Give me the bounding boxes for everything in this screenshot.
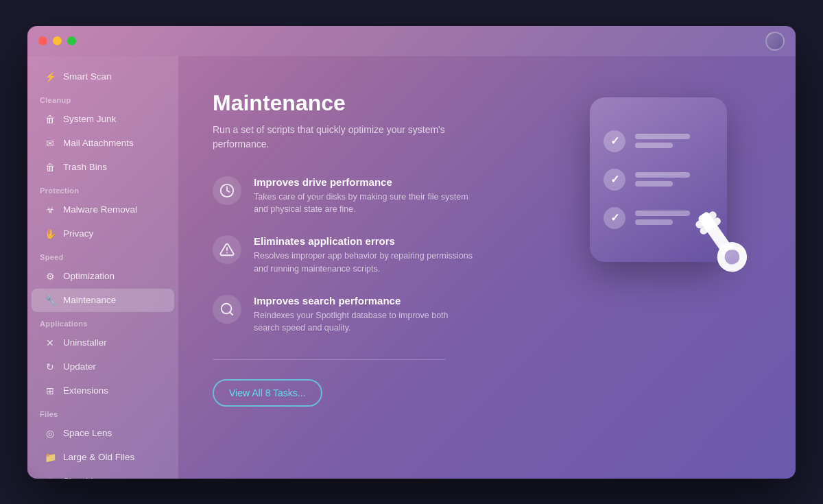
sidebar-item-smart-scan[interactable]: ⚡ Smart Scan <box>32 65 174 88</box>
check-lines-1 <box>635 134 690 148</box>
sidebar-item-label: Uninstaller <box>63 337 107 348</box>
mail-icon: ✉ <box>44 137 56 149</box>
sidebar-item-label: Extensions <box>63 385 108 396</box>
large-files-icon: 📁 <box>44 451 56 464</box>
app-body: ⚡ Smart Scan Cleanup 🗑 System Junk ✉ Mai… <box>27 56 796 479</box>
updater-icon: ↻ <box>44 361 56 373</box>
avatar[interactable] <box>765 32 785 51</box>
space-lens-icon: ◎ <box>44 427 56 440</box>
minimize-button[interactable] <box>53 36 62 45</box>
divider <box>213 359 446 360</box>
files-section-label: Files <box>27 403 178 421</box>
sidebar-item-label: Privacy <box>63 228 93 239</box>
malware-icon: ☣ <box>44 204 56 216</box>
sidebar-item-updater[interactable]: ↻ Updater <box>32 355 174 379</box>
check-line <box>635 181 673 187</box>
check-circle-1: ✓ <box>604 130 625 152</box>
sidebar-item-uninstaller[interactable]: ✕ Uninstaller <box>32 331 174 355</box>
check-line <box>635 143 673 148</box>
search-performance-icon <box>213 295 241 324</box>
check-circle-2: ✓ <box>604 169 625 191</box>
cleanup-section-label: Cleanup <box>27 89 178 107</box>
traffic-lights <box>38 36 76 45</box>
applications-section-label: Applications <box>27 313 178 331</box>
sidebar-item-label: System Junk <box>63 114 116 124</box>
drive-performance-icon <box>213 176 241 205</box>
sidebar-item-label: Mail Attachments <box>63 138 134 148</box>
sidebar-item-optimization[interactable]: ⚙ Optimization <box>32 265 174 288</box>
sidebar-item-label: Smart Scan <box>63 71 112 82</box>
sidebar-item-label: Large & Old Files <box>63 452 134 462</box>
uninstaller-icon: ✕ <box>44 337 56 349</box>
sidebar-item-label: Malware Removal <box>63 204 137 215</box>
optimization-icon: ⚙ <box>44 270 56 283</box>
sidebar-item-label: Shredder <box>63 476 102 479</box>
check-line <box>635 172 690 178</box>
sidebar-item-large-old-files[interactable]: 📁 Large & Old Files <box>32 446 174 469</box>
sidebar-item-maintenance[interactable]: 🔧 Maintenance <box>32 289 174 312</box>
main-content: Maintenance Run a set of scripts that qu… <box>178 56 796 479</box>
sidebar-item-mail-attachments[interactable]: ✉ Mail Attachments <box>32 132 174 155</box>
close-button[interactable] <box>38 36 47 45</box>
maximize-button[interactable] <box>67 36 76 45</box>
view-all-tasks-button[interactable]: View All 8 Tasks... <box>213 379 322 407</box>
privacy-icon: ✋ <box>44 228 56 240</box>
sidebar: ⚡ Smart Scan Cleanup 🗑 System Junk ✉ Mai… <box>27 56 178 479</box>
feature-title-drive: Improves drive performance <box>254 176 473 188</box>
svg-line-4 <box>230 312 232 315</box>
trash-icon: 🗑 <box>44 161 56 173</box>
title-bar <box>27 26 796 56</box>
feature-text-drive: Improves drive performance Takes care of… <box>254 176 473 217</box>
sidebar-item-label: Updater <box>63 361 96 372</box>
checkmark-2: ✓ <box>610 173 619 186</box>
sidebar-item-space-lens[interactable]: ◎ Space Lens <box>32 422 174 445</box>
check-circle-3: ✓ <box>604 207 625 229</box>
check-row-2: ✓ <box>604 169 713 191</box>
speed-section-label: Speed <box>27 246 178 264</box>
feature-item-search: Improves search performance Reindexes yo… <box>213 295 754 335</box>
check-lines-2 <box>635 172 690 187</box>
sidebar-item-label: Trash Bins <box>63 162 107 172</box>
check-row-1: ✓ <box>604 130 713 152</box>
feature-title-errors: Eliminates application errors <box>254 235 473 247</box>
wrench-icon <box>679 200 768 289</box>
page-subtitle: Run a set of scripts that quickly optimi… <box>213 123 446 152</box>
maintenance-illustration: ✓ ✓ <box>576 77 768 296</box>
checkmark-1: ✓ <box>610 134 619 147</box>
shredder-icon: ⧖ <box>44 475 56 479</box>
feature-desc-errors: Resolves improper app behavior by repair… <box>254 250 473 276</box>
extensions-icon: ⊞ <box>44 385 56 397</box>
protection-section-label: Protection <box>27 180 178 197</box>
sidebar-item-label: Optimization <box>63 271 115 281</box>
sidebar-item-trash-bins[interactable]: 🗑 Trash Bins <box>32 156 174 179</box>
maintenance-icon: 🔧 <box>44 294 56 307</box>
sidebar-item-extensions[interactable]: ⊞ Extensions <box>32 379 174 403</box>
sidebar-item-label: Space Lens <box>63 428 112 438</box>
feature-text-errors: Eliminates application errors Resolves i… <box>254 235 473 276</box>
feature-text-search: Improves search performance Reindexes yo… <box>254 295 473 335</box>
check-line <box>635 134 690 139</box>
checkmark-3: ✓ <box>610 211 619 224</box>
sidebar-item-shredder[interactable]: ⧖ Shredder <box>32 470 174 479</box>
sidebar-item-label: Maintenance <box>63 295 116 305</box>
system-junk-icon: 🗑 <box>44 113 56 125</box>
sidebar-item-privacy[interactable]: ✋ Privacy <box>32 222 174 245</box>
sidebar-item-malware-removal[interactable]: ☣ Malware Removal <box>32 198 174 221</box>
feature-desc-drive: Takes care of your disks by making sure … <box>254 191 473 217</box>
check-line <box>635 219 673 225</box>
app-window: ⚡ Smart Scan Cleanup 🗑 System Junk ✉ Mai… <box>27 26 796 479</box>
feature-title-search: Improves search performance <box>254 295 473 307</box>
sidebar-item-system-junk[interactable]: 🗑 System Junk <box>32 108 174 131</box>
feature-desc-search: Reindexes your Spotlight database to imp… <box>254 309 473 335</box>
app-errors-icon <box>213 235 241 264</box>
smart-scan-icon: ⚡ <box>44 71 56 83</box>
